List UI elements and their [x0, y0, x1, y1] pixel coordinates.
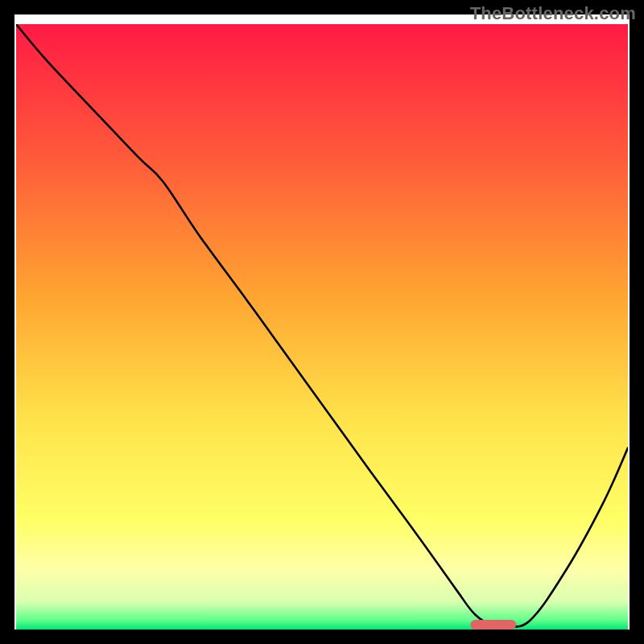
chart-stage: TheBottleneck.com: [0, 0, 644, 644]
optimal-range-marker: [470, 620, 516, 630]
bottleneck-chart: [0, 0, 644, 644]
watermark-text: TheBottleneck.com: [470, 3, 636, 24]
plot-background: [16, 24, 628, 630]
